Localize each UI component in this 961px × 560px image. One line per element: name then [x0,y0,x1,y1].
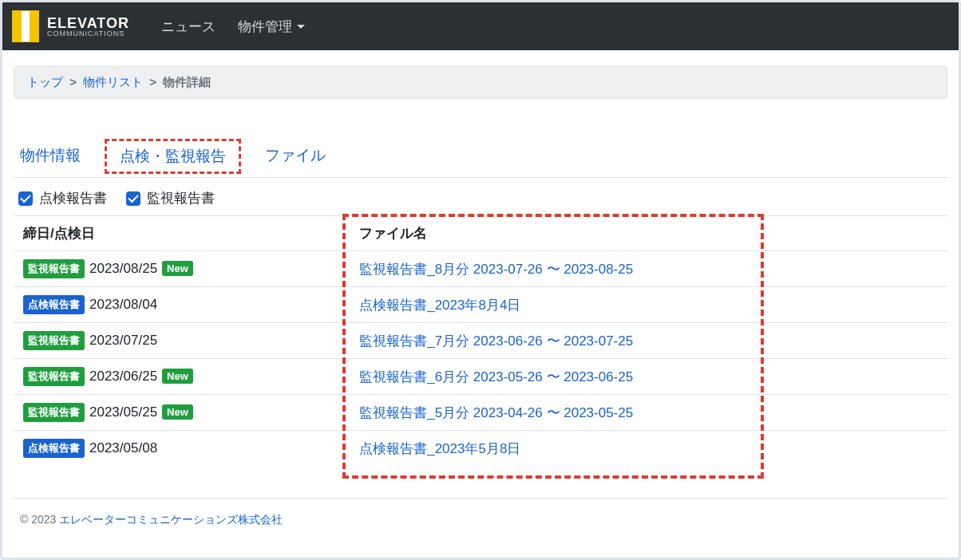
report-table-area: 締日/点検日 ファイル名 監視報告書2023/08/25New監視報告書_8月分… [14,215,947,466]
chevron-down-icon [297,25,305,29]
checkbox-icon [18,191,33,206]
file-link[interactable]: 監視報告書_5月分 2023-04-26 〜 2023-05-25 [359,405,633,420]
brand-text: ELEVATOR COMMUNICATIONS [47,16,129,37]
date-value: 2023/06/25 [89,369,157,384]
brand-line1: ELEVATOR [47,16,129,30]
cell-filename: 監視報告書_6月分 2023-05-26 〜 2023-06-25 [350,359,947,395]
file-link[interactable]: 監視報告書_7月分 2023-06-26 〜 2023-07-25 [359,333,633,349]
badge-monitoring-report: 監視報告書 [23,367,85,386]
tab-property-info[interactable]: 物件情報 [20,145,81,168]
cell-date: 監視報告書2023/08/25New [14,251,350,287]
footer-company-link[interactable]: エレベーターコミュニケーションズ株式会社 [59,513,283,526]
badge-monitoring-report: 監視報告書 [23,331,85,350]
badge-inspection-report: 点検報告書 [23,439,85,458]
cell-filename: 監視報告書_8月分 2023-07-26 〜 2023-08-25 [350,251,947,287]
nav-property-management-label: 物件管理 [238,18,292,36]
brand-icon [12,10,39,42]
cell-date: 点検報告書2023/05/08 [14,431,350,467]
checkbox-inspection-report[interactable]: 点検報告書 [18,189,107,207]
checkbox-monitoring-report[interactable]: 監視報告書 [126,189,215,207]
table-row: 点検報告書2023/05/08点検報告書_2023年5月8日 [14,431,947,467]
file-link[interactable]: 点検報告書_2023年5月8日 [359,441,520,456]
tab-files[interactable]: ファイル [265,145,326,168]
breadcrumb-sep: > [149,75,156,89]
file-link[interactable]: 監視報告書_8月分 2023-07-26 〜 2023-08-25 [359,262,633,277]
footer: © 2023 エレベーターコミュニケーションズ株式会社 [14,498,947,527]
new-badge: New [162,261,193,276]
brand-logo[interactable]: ELEVATOR COMMUNICATIONS [12,10,129,42]
table-row: 監視報告書2023/08/25New監視報告書_8月分 2023-07-26 〜… [14,251,947,287]
date-value: 2023/08/04 [89,297,157,312]
tab-inspection-monitoring-report[interactable]: 点検・監視報告 [105,139,241,174]
new-badge: New [162,404,193,420]
breadcrumb-property-list[interactable]: 物件リスト [83,75,143,89]
topbar: ELEVATOR COMMUNICATIONS ニュース 物件管理 [2,2,959,50]
nav-news-label: ニュース [161,18,216,36]
cell-date: 監視報告書2023/05/25New [14,395,350,431]
badge-inspection-report: 点検報告書 [23,295,85,314]
breadcrumb-current: 物件詳細 [163,75,211,89]
nav-property-management[interactable]: 物件管理 [238,18,305,36]
breadcrumb-top[interactable]: トップ [27,75,63,89]
badge-monitoring-report: 監視報告書 [23,259,85,278]
cell-filename: 点検報告書_2023年5月8日 [350,431,947,467]
cell-date: 監視報告書2023/06/25New [14,359,350,395]
date-value: 2023/05/08 [89,440,157,455]
col-header-date: 締日/点検日 [14,216,350,251]
filter-bar: 点検報告書 監視報告書 [14,178,947,215]
report-table: 締日/点検日 ファイル名 監視報告書2023/08/25New監視報告書_8月分… [14,215,947,466]
cell-date: 点検報告書2023/08/04 [14,287,350,323]
cell-filename: 点検報告書_2023年8月4日 [350,287,947,323]
brand-line2: COMMUNICATIONS [47,30,129,37]
checkbox-inspection-report-label: 点検報告書 [39,189,107,207]
file-link[interactable]: 点検報告書_2023年8月4日 [359,298,520,313]
cell-filename: 監視報告書_5月分 2023-04-26 〜 2023-05-25 [350,395,947,431]
nav-news[interactable]: ニュース [161,18,216,36]
date-value: 2023/08/25 [89,261,157,276]
tabs: 物件情報 点検・監視報告 ファイル [14,145,947,178]
badge-monitoring-report: 監視報告書 [23,403,85,422]
date-value: 2023/05/25 [89,404,157,420]
cell-date: 監視報告書2023/07/25 [14,323,350,359]
date-value: 2023/07/25 [89,333,157,348]
breadcrumb-sep: > [69,75,77,89]
cell-filename: 監視報告書_7月分 2023-06-26 〜 2023-07-25 [350,323,947,359]
checkbox-monitoring-report-label: 監視報告書 [147,189,215,207]
footer-copyright: © 2023 [20,513,56,526]
checkbox-icon [126,191,140,206]
table-row: 監視報告書2023/07/25監視報告書_7月分 2023-06-26 〜 20… [14,323,947,359]
file-link[interactable]: 監視報告書_6月分 2023-05-26 〜 2023-06-25 [359,369,633,385]
nav: ニュース 物件管理 [161,18,305,36]
col-header-filename: ファイル名 [350,216,947,251]
new-badge: New [162,369,193,384]
table-row: 監視報告書2023/06/25New監視報告書_6月分 2023-05-26 〜… [14,359,947,395]
table-row: 監視報告書2023/05/25New監視報告書_5月分 2023-04-26 〜… [14,395,947,431]
breadcrumb: トップ > 物件リスト > 物件詳細 [14,66,947,99]
table-row: 点検報告書2023/08/04点検報告書_2023年8月4日 [14,287,947,323]
